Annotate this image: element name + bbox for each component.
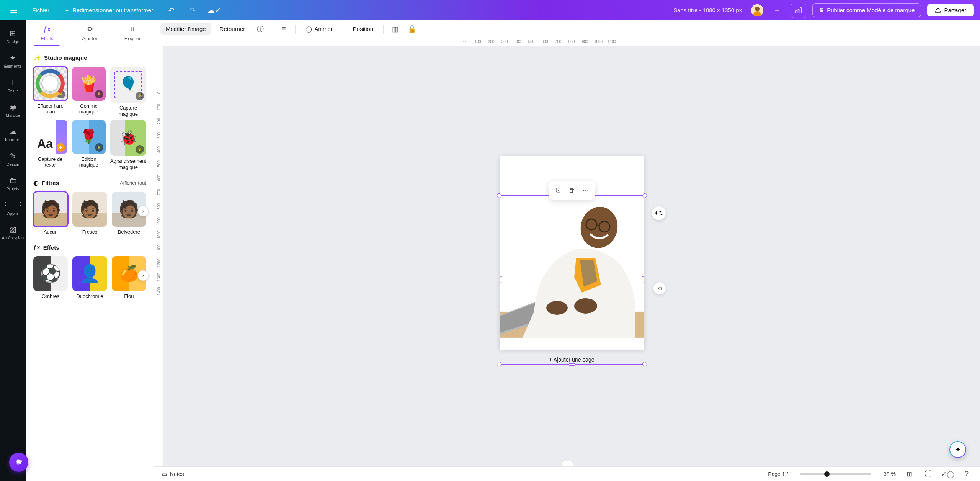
thumb[interactable] <box>33 192 68 226</box>
thumb[interactable]: + <box>33 120 67 154</box>
side-panel: ƒxEffets ⚙Ajuster ⌗Rogner ✨Studio magiqu… <box>26 20 154 481</box>
list-style-button[interactable]: ≡ <box>277 22 291 36</box>
rail-dessin[interactable]: ✎Dessin <box>0 147 26 170</box>
canvas-image[interactable] <box>500 196 644 337</box>
card-capturedetexte: +Capture de texte <box>33 120 67 170</box>
chevron-right-icon[interactable]: › <box>138 270 149 281</box>
card-label: Fresco <box>82 229 98 235</box>
cloud-sync-icon[interactable]: ☁✓ <box>207 3 222 18</box>
ruler-horizontal: 010020030040050060070080090010001100 <box>163 38 980 46</box>
crown-badge-icon: ♛ <box>95 90 103 98</box>
zoom-value[interactable]: 38 % <box>879 471 896 477</box>
card-duochromie: Duochromie <box>72 256 107 299</box>
more-button[interactable]: ⋯ <box>579 183 593 197</box>
add-collaborator-button[interactable]: + <box>769 3 785 18</box>
fullscreen-button[interactable]: ⛶ <box>923 468 934 480</box>
svg-rect-5 <box>800 8 801 13</box>
card-label: Capture magique <box>110 105 146 117</box>
flip-button[interactable]: Retourner <box>214 23 251 35</box>
tab-effects[interactable]: ƒxEffets <box>26 20 69 46</box>
thumb[interactable] <box>72 256 107 291</box>
rail-applis[interactable]: ⋮⋮⋮Applis <box>0 196 26 219</box>
animate-icon: ◯ <box>305 26 312 33</box>
modify-image-button[interactable]: Modifier l'image <box>160 23 211 35</box>
file-menu[interactable]: Fichier <box>28 4 54 16</box>
rail-design[interactable]: ⊞Design <box>0 25 26 48</box>
ruler-tick: 1100 <box>608 39 616 44</box>
position-button[interactable]: Position <box>348 23 379 35</box>
thumb[interactable]: ♛ <box>110 120 146 156</box>
ruler-tick: 300 <box>157 132 161 139</box>
delete-button[interactable]: 🗑 <box>565 183 579 197</box>
thumb[interactable] <box>72 192 107 226</box>
info-button[interactable]: ⓘ <box>253 22 267 36</box>
card-label: Ombres <box>42 293 59 299</box>
notes-label: Notes <box>170 471 184 477</box>
card-label: Effacer l'arr. plan <box>33 103 67 115</box>
ai-regenerate-button[interactable]: ✦↻ <box>652 206 666 220</box>
panel-tabs: ƒxEffets ⚙Ajuster ⌗Rogner <box>26 20 154 46</box>
tab-crop[interactable]: ⌗Rogner <box>111 20 154 46</box>
left-rail: ⊞Design✦ÉlémentsTTexte◉Marque☁Importer✎D… <box>0 20 26 481</box>
ruler-tick: 900 <box>157 217 161 224</box>
share-button[interactable]: Partager <box>927 4 974 16</box>
refresh-button[interactable]: ⟲ <box>653 282 666 294</box>
magic-fab[interactable]: ✺ <box>9 453 28 472</box>
zoom-slider[interactable] <box>800 473 871 475</box>
thumb[interactable]: ♛ <box>110 67 146 103</box>
filters-grid: AucunFrescoBelvedere› <box>33 192 146 235</box>
rail-icon: ✎ <box>8 151 18 160</box>
ruler-tick: 200 <box>157 118 161 124</box>
effects-section-title: Effets <box>43 244 59 251</box>
crown-badge-icon: ♛ <box>57 90 65 98</box>
analytics-button[interactable] <box>791 3 806 18</box>
bottom-bar: ▭ Notes Page 1 / 1 38 % ⊞ ⛶ ✓◯ ? <box>154 466 980 481</box>
rail-texte[interactable]: TTexte <box>0 74 26 97</box>
rail-arrireplan[interactable]: ▨Arrière-plan <box>0 221 26 244</box>
ai-assistant-fab[interactable]: ✦ <box>949 441 966 458</box>
tab-adjust[interactable]: ⚙Ajuster <box>69 20 111 46</box>
thumb[interactable] <box>33 256 68 291</box>
design-title-input[interactable] <box>645 4 745 16</box>
ruler-tick: 800 <box>157 203 161 209</box>
rail-label: Dessin <box>7 162 20 167</box>
tab-effects-label: Effets <box>41 36 53 41</box>
thumb[interactable]: ♛ <box>72 67 106 101</box>
lock-button[interactable]: 🔓 <box>405 22 419 36</box>
check-button[interactable]: ✓◯ <box>942 468 953 480</box>
resize-label: Redimensionner ou transformer <box>72 7 153 13</box>
thumb[interactable]: ♛ <box>72 120 106 154</box>
user-avatar[interactable] <box>751 4 763 16</box>
ruler-vertical: 0100200300400500600700800900100011001200… <box>154 46 163 466</box>
thumb[interactable]: ♛ <box>33 67 67 101</box>
notes-icon: ▭ <box>162 471 167 477</box>
page-indicator[interactable]: Page 1 / 1 <box>768 471 792 477</box>
animate-button[interactable]: ◯Animer <box>300 23 338 36</box>
panel-body: ✨Studio magique ♛Effacer l'arr. plan♛Gom… <box>26 46 154 481</box>
collapse-handle[interactable]: ⌃ <box>561 461 573 466</box>
notes-button[interactable]: ▭ Notes <box>162 471 184 477</box>
rail-icon: T <box>8 78 18 87</box>
undo-button[interactable]: ↶ <box>164 3 179 18</box>
chevron-right-icon[interactable]: › <box>138 206 149 217</box>
menu-button[interactable] <box>6 3 21 18</box>
rail-importer[interactable]: ☁Importer <box>0 123 26 146</box>
ruler-tick: 800 <box>568 39 575 44</box>
share-icon <box>935 7 941 13</box>
resize-button[interactable]: Redimensionner ou transformer <box>60 4 158 16</box>
help-button[interactable]: ? <box>961 468 972 480</box>
redo-button[interactable]: ↷ <box>185 3 201 18</box>
rail-marque[interactable]: ◉Marque <box>0 98 26 121</box>
workspace[interactable]: 🔓 ⎘ ↗ <box>163 46 980 466</box>
add-page-button[interactable]: + Ajouter une page <box>500 352 644 366</box>
duplicate-button[interactable]: ⎘ <box>551 183 565 197</box>
card-label: Duochromie <box>76 293 103 299</box>
rail-icon: 🗀 <box>8 176 18 185</box>
grid-view-button[interactable]: ⊞ <box>903 468 915 480</box>
publish-button[interactable]: ♛ Publier comme Modèle de marque <box>812 3 921 17</box>
zoom-knob[interactable] <box>824 471 830 477</box>
transparency-button[interactable]: ▦ <box>388 22 402 36</box>
filters-show-all[interactable]: Afficher tout <box>120 180 146 186</box>
rail-projets[interactable]: 🗀Projets <box>0 172 26 195</box>
rail-lments[interactable]: ✦Éléments <box>0 49 26 72</box>
